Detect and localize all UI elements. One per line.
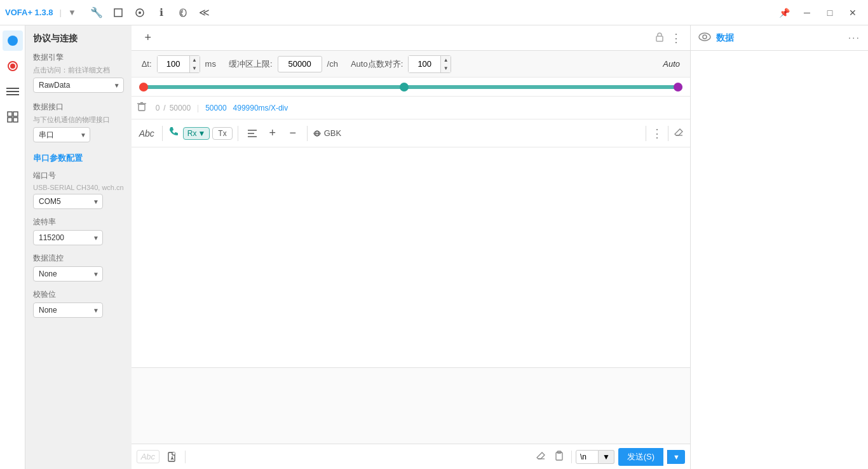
tx-btn[interactable]: Tx [212, 127, 232, 140]
parity-label: 校验位 [33, 289, 124, 300]
back-btn[interactable]: ≪ [194, 3, 215, 23]
pos-current: 50000 [205, 104, 226, 112]
abc-label: Abc [137, 128, 157, 139]
sidebar-content: 协议与连接 数据引擎 点击访问：前往详细文档 RawData FireWater… [25, 25, 132, 469]
tb-divider-3 [307, 126, 308, 141]
buffer-input[interactable] [278, 56, 322, 72]
wave-controls: 0 / 50000 | 50000 499990ms/X-div [132, 97, 690, 119]
time-display: 499990ms/X-div [233, 104, 288, 112]
port-sublabel: USB-SERIAL CH340, wch.cn [33, 184, 124, 191]
svg-rect-11 [8, 118, 12, 122]
slider-thumb-right[interactable] [674, 83, 682, 92]
gbk-text: GBK [324, 128, 341, 138]
flow-select-wrapper[interactable]: None RTS/CTS XON/XOFF ▼ [33, 266, 103, 282]
parity-select[interactable]: None Odd Even [33, 302, 103, 318]
port-select-wrapper[interactable]: COM1 COM2 COM3 COM4 COM5 ▼ [33, 194, 103, 209]
auto-spin-up[interactable]: ▲ [440, 56, 451, 64]
engine-hint: 点击访问：前往详细文档 [33, 65, 124, 75]
baud-select[interactable]: 9600 19200 38400 57600 115200 230400 [33, 230, 103, 245]
slider-thumb-mid[interactable] [400, 83, 409, 92]
target-btn[interactable] [130, 3, 150, 23]
eraser-send-icon[interactable] [536, 450, 547, 463]
tb-divider-2 [238, 126, 238, 141]
rx-btn[interactable]: Rx ▼ [183, 127, 210, 140]
interface-select-wrapper[interactable]: 串口 UDP TCP ▼ [33, 127, 90, 142]
increase-font-btn[interactable]: + [264, 125, 281, 142]
phone-icon [168, 126, 179, 140]
delta-spin-down[interactable]: ▼ [189, 64, 200, 72]
rx-select-wrapper[interactable]: Rx ▼ [183, 127, 210, 140]
tx-label: Tx [218, 129, 226, 138]
sidebar-icon-layers[interactable] [3, 107, 23, 127]
rx-label: Rx [187, 129, 197, 138]
sidebar-icon-circle[interactable] [3, 31, 23, 51]
delta-input[interactable] [158, 56, 189, 72]
decrease-font-btn[interactable]: − [284, 125, 302, 142]
slider-thumb-left[interactable] [139, 83, 148, 92]
window-controls: 📌 ─ □ ✕ [774, 3, 863, 23]
svg-point-36 [703, 35, 707, 39]
main-layout: 协议与连接 数据引擎 点击访问：前往详细文档 RawData FireWater… [0, 25, 868, 469]
trash-icon[interactable] [137, 102, 147, 114]
text-more-icon[interactable]: ⋮ [651, 126, 663, 140]
delta-label: Δt: [142, 59, 152, 69]
eraser-icon[interactable] [674, 126, 685, 140]
engine-select[interactable]: RawData FireWater JustFloat [33, 78, 124, 93]
engine-select-wrapper[interactable]: RawData FireWater JustFloat ▼ [33, 78, 124, 93]
interface-desc: 与下位机通信的物理接口 [33, 115, 124, 125]
align-btn[interactable] [243, 125, 261, 142]
content-area: + ⋮ Δt: ▲ ▼ ms 缓冲区上限: /ch Auto点数对齐: [132, 25, 690, 469]
port-label: 端口号 [33, 170, 124, 181]
pin-btn[interactable]: 📌 [774, 3, 794, 23]
auto-spin-down[interactable]: ▼ [440, 64, 451, 72]
lock-icon[interactable] [654, 31, 665, 45]
time-bar: Δt: ▲ ▼ ms 缓冲区上限: /ch Auto点数对齐: ▲ ▼ Auto [132, 51, 690, 78]
per-ch: /ch [327, 59, 338, 69]
baud-select-wrapper[interactable]: 9600 19200 38400 57600 115200 230400 ▼ [33, 230, 103, 245]
newline-dropdown-btn[interactable]: ▼ [599, 450, 614, 464]
sidebar-icon-record[interactable] [3, 56, 23, 76]
newline-input[interactable] [576, 450, 599, 464]
slider-track[interactable] [139, 85, 682, 89]
parity-select-wrapper[interactable]: None Odd Even ▼ [33, 302, 103, 318]
dropdown-arrow[interactable]: ▼ [68, 8, 76, 17]
auto-input[interactable] [409, 56, 440, 72]
send-dropdown-btn[interactable]: ▼ [667, 450, 685, 464]
pos-slash: / [163, 104, 165, 112]
port-select[interactable]: COM1 COM2 COM3 COM4 COM5 [33, 194, 103, 209]
right-more-btn[interactable]: ··· [848, 32, 860, 44]
minimize-btn[interactable]: ─ [797, 3, 817, 23]
close-btn[interactable]: ✕ [843, 3, 863, 23]
right-panel-title: 数据 [716, 32, 734, 44]
engine-label: 数据引擎 [33, 52, 124, 63]
svg-point-3 [8, 36, 18, 46]
send-textarea[interactable] [139, 373, 682, 438]
svg-rect-33 [556, 452, 562, 460]
delta-spin-up[interactable]: ▲ [189, 56, 200, 64]
add-panel-btn[interactable]: + [139, 29, 157, 47]
maximize-btn[interactable]: □ [820, 3, 840, 23]
sidebar-icon-strip [0, 25, 25, 469]
crop-btn[interactable] [108, 3, 128, 23]
title-bar-left: VOFA+ 1.3.8 | ▼ [5, 8, 76, 17]
sidebar-icon-menu[interactable] [3, 81, 23, 102]
clipboard-icon[interactable] [553, 450, 565, 463]
flow-select[interactable]: None RTS/CTS XON/XOFF [33, 266, 103, 282]
wave-pos-info: 0 / 50000 | 50000 499990ms/X-div [151, 104, 294, 112]
info-btn[interactable]: ℹ [151, 3, 172, 23]
fingerprint-btn[interactable] [173, 3, 193, 23]
more-menu-icon[interactable]: ⋮ [670, 31, 682, 45]
delta-input-wrapper: ▲ ▼ [157, 55, 200, 73]
pos-end: 50000 [170, 104, 191, 112]
svg-rect-9 [8, 112, 12, 116]
svg-rect-10 [13, 112, 18, 116]
wrench-btn[interactable]: 🔧 [86, 3, 107, 23]
auto-input-wrapper: ▲ ▼ [408, 55, 451, 73]
send-file-btn[interactable] [163, 448, 181, 466]
send-btn[interactable]: 发送(S) [618, 448, 663, 466]
interface-select[interactable]: 串口 UDP TCP [33, 127, 90, 142]
tb-divider-4 [646, 126, 646, 141]
auto-label: Auto点数对齐: [351, 58, 403, 70]
auto-spinners: ▲ ▼ [440, 56, 451, 72]
title-bar: VOFA+ 1.3.8 | ▼ 🔧 ℹ ≪ 📌 ─ □ ✕ [0, 0, 868, 25]
